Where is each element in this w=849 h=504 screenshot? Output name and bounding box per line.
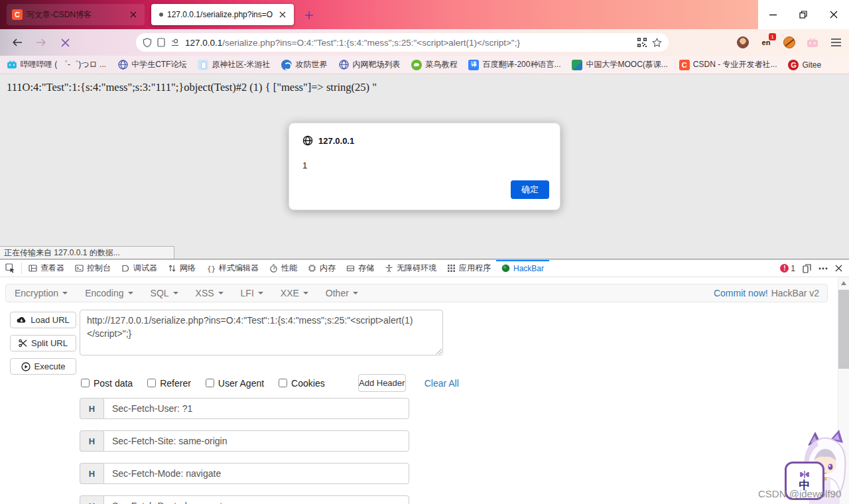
header-row: H: [80, 463, 409, 484]
url-host: 127.0.0.1: [185, 38, 222, 48]
menu-xxe[interactable]: XXE: [272, 284, 317, 302]
bookmark-ctf-forum[interactable]: 中学生CTF论坛: [117, 59, 186, 70]
referer-checkbox[interactable]: Referer: [147, 378, 191, 389]
stop-loading-icon[interactable]: [56, 33, 74, 52]
watermark-text: CSDN @jdewolf90: [758, 488, 841, 499]
forward-icon[interactable]: [32, 33, 50, 52]
menu-encryption[interactable]: Encryption: [6, 284, 76, 302]
tab-style-editor[interactable]: {} 样式编辑器: [201, 260, 264, 277]
responsive-design-icon[interactable]: [803, 264, 811, 273]
scrollbar-thumb[interactable]: [838, 290, 849, 369]
close-tab-icon[interactable]: [127, 9, 139, 21]
hackbar-version-area: Commit now! HackBar v2: [714, 288, 827, 298]
url-text[interactable]: 127.0.0.1/serialize.php?ins=O:4:"Test":1…: [185, 38, 632, 48]
tab-csdn-editor[interactable]: C 写文章-CSDN博客: [7, 4, 145, 25]
tab-console[interactable]: 控制台: [70, 260, 116, 277]
scissors-icon: [19, 339, 27, 347]
bookmark-intranet-range[interactable]: 内网靶场列表: [338, 59, 400, 70]
minimize-window-icon[interactable]: [757, 0, 788, 29]
bookmark-csdn[interactable]: C CSDN - 专业开发者社...: [679, 59, 777, 70]
checkbox[interactable]: [279, 379, 287, 387]
bookmark-label: 百度翻译-200种语言...: [482, 59, 560, 70]
menu-other[interactable]: Other: [317, 284, 367, 302]
menu-hamburger-icon[interactable]: [829, 36, 842, 49]
tab-debugger[interactable]: 调试器: [116, 260, 163, 277]
tab-label: 网络: [180, 263, 196, 274]
tab-memory[interactable]: 内存: [302, 260, 341, 277]
bookmark-bilibili[interactable]: 哔哩哔哩 ( ゜-゜)つロ ...: [7, 59, 106, 70]
header-input[interactable]: [103, 430, 409, 452]
site-permissions-icon[interactable]: [170, 38, 180, 46]
cloud-download-icon: [17, 316, 27, 324]
clear-all-link[interactable]: Clear All: [424, 378, 459, 389]
checkbox-label: Cookies: [291, 378, 325, 389]
add-header-button[interactable]: Add Header: [358, 374, 406, 392]
options-row: Post data Referer User Agent Cookies Add…: [81, 374, 459, 392]
error-icon: !: [780, 264, 789, 273]
menu-lfi[interactable]: LFI: [232, 284, 272, 302]
close-devtools-icon[interactable]: [835, 265, 842, 272]
pick-element-icon[interactable]: [0, 260, 20, 277]
menu-encoding[interactable]: Encoding: [76, 284, 141, 302]
close-tab-icon[interactable]: [277, 9, 289, 21]
memory-icon: [308, 264, 316, 273]
meatball-menu-icon[interactable]: [818, 267, 828, 270]
split-url-button[interactable]: Split URL: [10, 335, 76, 351]
url-textarea[interactable]: http://127.0.0.1/serialize.php?ins=O:4:"…: [80, 310, 443, 355]
bookmark-adworld[interactable]: 攻防世界: [281, 59, 327, 70]
commit-now-link[interactable]: Commit now!: [714, 288, 768, 298]
bookmark-baidu-translate[interactable]: 译 百度翻译-200种语言...: [468, 59, 560, 70]
tab-label: 调试器: [133, 263, 157, 274]
header-row: H: [80, 398, 409, 419]
bookmark-label: 菜鸟教程: [425, 59, 457, 70]
tab-storage[interactable]: 存储: [341, 260, 379, 277]
error-count-badge[interactable]: ! 1: [780, 264, 795, 273]
translator-extension-icon[interactable]: en 1: [759, 36, 773, 49]
menu-label: XXE: [281, 288, 299, 298]
menu-xss[interactable]: XSS: [187, 284, 232, 302]
address-bar[interactable]: 127.0.0.1/serialize.php?ins=O:4:"Test":1…: [136, 33, 669, 52]
header-input[interactable]: [103, 495, 409, 504]
extension-avatar-icon[interactable]: [736, 36, 750, 49]
reader-page-icon[interactable]: [157, 38, 165, 47]
qr-code-icon[interactable]: [637, 38, 647, 47]
bookmark-miyoushe[interactable]: 原神社区-米游社: [198, 59, 270, 70]
bookmark-label: CSDN - 专业开发者社...: [693, 59, 777, 70]
back-icon[interactable]: [8, 33, 27, 52]
scroll-up-icon[interactable]: [841, 281, 846, 285]
tab-inspector[interactable]: 查看器: [23, 260, 70, 277]
user-agent-checkbox[interactable]: User Agent: [206, 378, 264, 389]
post-data-checkbox[interactable]: Post data: [81, 378, 133, 389]
close-window-icon[interactable]: [818, 0, 849, 29]
chevron-down-icon: [173, 292, 178, 294]
bilibili-extension-icon[interactable]: [806, 36, 819, 49]
bookmark-mooc[interactable]: 中国大学MOOC(慕课...: [572, 59, 667, 70]
execute-button[interactable]: Execute: [10, 358, 76, 375]
cookies-checkbox[interactable]: Cookies: [279, 378, 325, 389]
bookmark-star-icon[interactable]: [652, 38, 662, 48]
tab-serialize-php[interactable]: 127.0.0.1/serialize.php?ins=O: [151, 4, 294, 25]
bilibili-icon: [7, 60, 17, 70]
header-input[interactable]: [103, 463, 409, 484]
alert-ok-button[interactable]: 确定: [511, 180, 549, 199]
checkbox[interactable]: [206, 379, 214, 387]
bookmark-runoob[interactable]: 菜鸟教程: [411, 59, 457, 70]
bookmark-gitee[interactable]: G Gitee: [788, 60, 821, 70]
tab-hackbar[interactable]: HackBar: [496, 260, 549, 277]
bookmark-label: 哔哩哔哩 ( ゜-゜)つロ ...: [21, 59, 106, 70]
menu-label: Encoding: [85, 288, 123, 298]
new-tab-icon[interactable]: [302, 8, 316, 23]
checkbox[interactable]: [81, 379, 90, 387]
restore-window-icon[interactable]: [788, 0, 818, 29]
tab-network[interactable]: 网络: [163, 260, 201, 277]
tab-application[interactable]: 应用程序: [442, 260, 496, 277]
devtools-toolbar: 查看器 控制台 调试器 网络 {} 样式编辑器 性能 内存 存储: [0, 260, 849, 277]
load-url-button[interactable]: Load URL: [10, 312, 76, 328]
checkbox[interactable]: [147, 379, 156, 387]
tab-accessibility[interactable]: 无障碍环境: [379, 260, 442, 277]
tab-performance[interactable]: 性能: [264, 260, 302, 277]
tracking-shield-icon[interactable]: [143, 38, 152, 48]
proxy-extension-icon[interactable]: [783, 36, 796, 49]
menu-sql[interactable]: SQL: [142, 284, 187, 302]
header-input[interactable]: [103, 398, 409, 419]
